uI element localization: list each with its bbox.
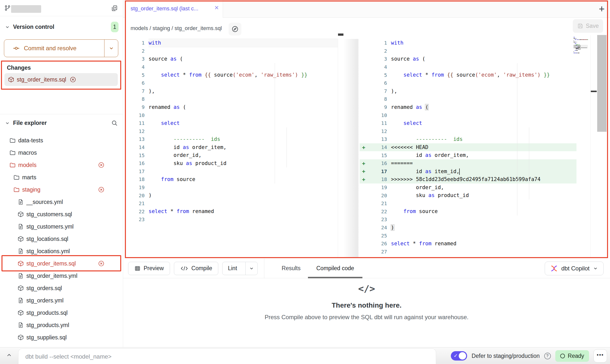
file-explorer-header[interactable]: File explorer [0,118,123,129]
file-tree-item[interactable]: staging [3,183,121,196]
file-tree-item[interactable]: stg_order_items.sql [3,257,121,270]
file-tree-item[interactable]: stg_orders.sql [3,282,121,294]
changes-annotation-box: Changes stg_order_items.sql [1,61,121,90]
file-name: stg_order_items.sql [26,260,76,267]
preview-button[interactable]: Preview [128,262,170,275]
lint-button-label[interactable]: Lint [222,262,242,275]
line-number: 20 [125,193,149,199]
version-control-header[interactable]: Version control 1 [0,22,123,33]
dbt-copilot-button[interactable]: dbt Copilot [545,262,604,275]
copy-icon[interactable] [111,5,118,12]
code-line: 24) [360,224,576,232]
right-scrollbar-thumb[interactable] [597,35,607,132]
line-number: 2 [125,48,149,54]
model-cube-icon [8,76,14,83]
discard-change-icon[interactable] [70,76,76,83]
diff-editor: 1with23source as (45 select * from {{ so… [123,39,610,258]
file-tree-item[interactable]: marts [3,171,121,183]
line-number: 25 [368,233,391,239]
deleted-file-icon [98,260,104,267]
file-tree-item[interactable]: data-tests [3,134,121,147]
indent-guide [275,63,275,183]
code-line: 8 [125,95,338,103]
lint-options-caret[interactable] [245,262,257,275]
code-line: 15 id as order_item, [360,151,576,159]
code-line: 16 sku as product_id [125,159,338,167]
code-text: with [391,39,576,47]
tab-close-icon[interactable]: × [214,4,219,11]
code-line: 21 [360,199,576,208]
file-tree-item[interactable]: stg_locations.sql [3,233,121,245]
left-scrollbar-thumb[interactable] [338,33,343,36]
code-line: 19 [125,183,338,192]
indent-guide [517,63,517,215]
deleted-file-icon [98,186,104,193]
save-button[interactable]: Save [573,19,603,33]
chevron-up-icon[interactable] [6,352,12,358]
file-tree-item[interactable]: stg_locations.yml [3,245,121,257]
code-text: order_id, [149,151,338,159]
file-tree-item[interactable]: stg_products.sql [3,307,121,319]
folder-icon [9,162,16,168]
toolbar-divider [264,259,264,278]
editor-left-pane[interactable]: 1with23source as (45 select * from {{ so… [125,39,338,224]
file-explorer-title: File explorer [13,120,47,126]
line-number: 26 [368,241,391,247]
code-text: ) [149,191,338,199]
line-number: 14 [125,144,149,150]
editor-right-pane[interactable]: 1with23source as (45 select * from {{ so… [360,39,576,256]
file-icon [17,223,24,230]
line-number: 14 [368,144,391,150]
code-line: 12 [125,127,338,135]
file-tree-item[interactable]: stg_products.yml [3,319,121,331]
line-number: 3 [368,56,391,62]
file-name: macros [18,149,37,156]
lint-button[interactable]: Lint [222,262,258,275]
line-number: 24 [368,225,391,231]
command-input-wrap [18,348,436,364]
file-tree-item[interactable]: macros [3,147,121,159]
file-icon [17,199,24,205]
code-text: with [149,39,338,47]
code-line: 3source as ( [360,55,576,63]
file-tree-item[interactable]: stg_customers.sql [3,208,121,220]
file-name: stg_orders.sql [26,285,62,292]
code-text: select * from renamed [391,240,576,248]
help-icon[interactable]: ? [544,353,551,359]
file-tree-item[interactable]: stg_customers.yml [3,220,121,233]
save-icon [577,23,583,29]
command-input[interactable] [25,349,420,364]
lineage-button[interactable] [229,23,241,35]
line-number: 4 [125,64,149,70]
editor-tab[interactable]: stg_order_items.sql (last c... × [125,0,223,18]
file-tree-item[interactable]: stg_supplies.sql [3,331,121,344]
file-tree-item[interactable]: models [3,159,121,171]
file-tree-item[interactable]: stg_order_items.yml [3,270,121,282]
code-text: ======= [391,159,576,167]
panel-tab-compiled-code[interactable]: Compiled code [308,259,362,278]
compile-button[interactable]: Compile [174,262,218,275]
commit-options-caret[interactable] [104,40,118,57]
search-icon[interactable] [111,120,118,126]
file-tree-item[interactable]: stg_orders.yml [3,294,121,307]
changed-file-row[interactable]: stg_order_items.sql [4,73,118,86]
file-name: stg_locations.yml [26,248,70,255]
line-number: 16 [125,160,149,166]
file-tree: data-testsmacrosmodelsmartsstaging__sour… [3,134,121,344]
chevron-down-icon [109,46,114,51]
line-number: 1 [368,40,391,46]
panel-tab-results[interactable]: Results [274,259,308,278]
minimap[interactable] [574,37,589,58]
chevron-down-icon [5,25,10,30]
new-tab-icon[interactable]: + [599,3,605,15]
defer-toggle[interactable]: ✓ [451,351,467,361]
file-tree-item[interactable]: __sources.yml [3,196,121,208]
line-number: 13 [125,136,149,142]
more-options-button[interactable]: ••• [593,349,607,363]
chevron-down-icon [593,266,598,271]
code-line: 9renamed as ( [125,103,338,111]
indent-guide [287,127,287,167]
commit-and-resolve-button[interactable]: Commit and resolve [4,39,118,57]
code-text: select [149,119,338,127]
line-number: 1 [125,40,149,46]
